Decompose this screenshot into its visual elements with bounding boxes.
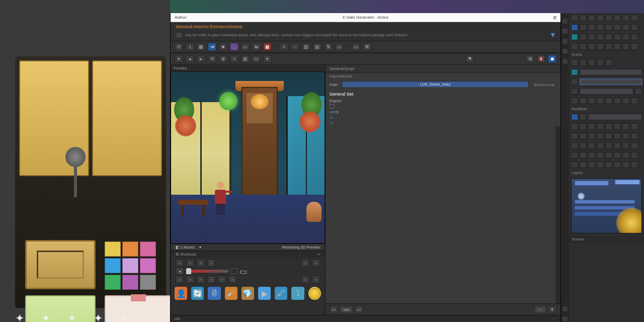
rotate-icon[interactable]: 🔄 [191,287,204,300]
dock-field[interactable] [588,114,642,120]
scene-viewport[interactable] [171,71,325,244]
menu-icon[interactable]: ≡ [553,14,556,21]
console-button[interactable]: ▫ [186,276,194,283]
dock-btn[interactable] [605,24,612,31]
dock-btn[interactable] [622,123,629,130]
toolbar-button[interactable]: ▭ [335,43,344,51]
dock-btn[interactable] [597,142,604,149]
dock-btn[interactable] [614,98,621,104]
dock-field[interactable] [580,69,642,75]
console-button[interactable]: ▫ [207,276,215,283]
toolbar-record-icon[interactable]: ⏺ [548,55,556,63]
dock-btn[interactable] [614,15,621,21]
dock-btn[interactable] [605,152,612,158]
console-button[interactable]: ▫ [228,276,236,283]
slider-track[interactable] [186,270,228,273]
toolbar-button[interactable]: ⌘ [363,43,371,51]
dock-btn[interactable] [588,142,595,149]
dock-btn[interactable] [597,43,604,50]
gutter-btn[interactable] [562,58,568,64]
toolbar-button[interactable]: ◂ [186,55,194,63]
dock-btn[interactable] [605,133,612,139]
dock-btn[interactable] [571,78,578,85]
zoom-dropdown-icon[interactable]: ▾ [199,245,201,250]
dock-btn[interactable] [631,98,638,104]
dock-btn[interactable] [605,142,612,149]
dock-btn[interactable] [597,98,604,104]
toolbar-mute-icon[interactable]: 🔇 [537,55,545,63]
gutter-btn[interactable] [562,28,568,34]
dock-preview[interactable] [571,178,642,233]
coin-icon[interactable]: 🪙 [308,287,321,300]
dock-btn[interactable] [614,142,621,149]
dock-btn[interactable] [588,133,595,139]
dock-btn[interactable] [571,15,578,21]
dock-btn[interactable] [605,59,612,66]
preview-layer[interactable] [615,180,640,185]
dock-btn[interactable] [588,34,595,40]
dock-btn[interactable] [580,59,587,66]
gutter-btn[interactable] [562,316,568,322]
toolbar-button[interactable]: ▭ [241,43,250,51]
dock-btn[interactable] [622,15,629,21]
dock-btn[interactable] [571,34,578,40]
toolbar-button[interactable]: ▭ [252,55,261,63]
console-button[interactable]: ▫ [197,276,205,283]
console-button[interactable]: ▫ [312,276,320,283]
dock-btn[interactable] [614,162,621,168]
dock-btn[interactable] [571,88,578,95]
dock-btn[interactable] [571,133,578,139]
toolbar-settings-icon[interactable]: ⚙ [526,55,534,63]
dock-btn[interactable] [571,152,578,158]
dock-btn[interactable] [588,152,595,158]
dock-btn[interactable] [631,34,638,40]
dock-btn[interactable] [580,123,587,130]
dock-btn[interactable] [571,59,578,66]
dock-btn[interactable] [580,114,587,120]
script-item-icon[interactable]: ▭ [326,121,560,126]
dock-btn[interactable] [605,43,612,50]
dock-btn[interactable] [605,123,612,130]
preview-layer[interactable] [575,200,635,204]
dock-btn[interactable] [631,142,638,149]
dock-btn[interactable] [631,15,638,21]
dock-field[interactable] [580,88,633,95]
dock-btn[interactable] [580,152,587,158]
toolbar-button[interactable]: ▾ [263,55,272,63]
toolbar-button[interactable]: ▭ [352,43,360,51]
toolbar-button[interactable]: ⇅ [324,43,333,51]
console-button[interactable]: ▫ [186,259,194,267]
gutter-btn[interactable] [562,18,568,24]
dock-btn[interactable] [597,15,604,21]
dock-btn[interactable] [571,162,578,168]
gutter-btn[interactable] [562,38,568,44]
brush-icon[interactable]: 🖊 [275,287,287,300]
dock-btn[interactable] [605,15,612,21]
dock-btn[interactable] [588,98,595,104]
gradient-slider[interactable]: ◂ ▭ [171,268,325,274]
console-button[interactable]: ▫ [312,259,320,267]
preview-node-icon[interactable] [578,193,585,200]
toolbar-button[interactable]: ⇆ [252,43,261,51]
dock-btn[interactable] [571,69,578,75]
render-mode[interactable]: Rendering 2D Preview [280,245,322,250]
dock-btn[interactable] [614,34,621,40]
play-icon[interactable]: ▶ [258,287,271,300]
dock-btn[interactable] [605,98,612,104]
dock-btn[interactable] [588,59,595,66]
footer-more[interactable]: ⋯ [535,307,545,312]
dock-btn[interactable] [580,162,587,168]
close-icon[interactable]: × [318,252,320,257]
verify-link[interactable]: verify [326,110,560,115]
slider-handle[interactable] [186,268,191,274]
dock-btn[interactable] [580,15,587,21]
gutter-btn[interactable] [562,306,568,312]
dock-btn[interactable] [588,123,595,130]
dock-btn[interactable] [571,98,578,104]
slider-marker[interactable] [230,268,237,274]
dock-btn[interactable] [571,142,578,149]
dock-btn[interactable] [597,59,604,66]
toolbar-button[interactable]: ▸ [197,55,205,63]
dock-btn[interactable] [631,162,638,168]
dock-btn[interactable] [614,43,621,50]
